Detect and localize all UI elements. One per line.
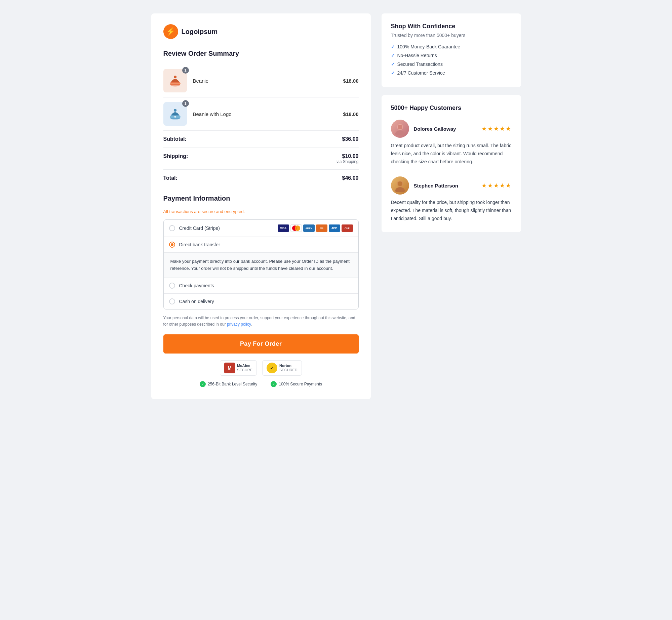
shipping-label: Shipping:	[163, 153, 188, 159]
check-icon-1: ✓	[391, 44, 395, 49]
review-text-2: Decent quality for the price, but shippi…	[391, 199, 512, 222]
total-row: Total: $46.00	[163, 170, 359, 187]
privacy-notice: Your personal data will be used to proce…	[163, 315, 359, 328]
item-name-beanie: Beanie	[193, 78, 343, 84]
mcafee-icon: M	[224, 363, 235, 373]
item-image-beanie-logo: 1	[163, 102, 187, 126]
amex-icon: AMEX	[303, 224, 315, 232]
check-circle-2: ✓	[271, 381, 277, 387]
payment-section: Payment Information All transactions are…	[163, 195, 359, 387]
total-value: $46.00	[342, 175, 359, 181]
total-label: Total:	[163, 175, 177, 181]
mcafee-badge: M McAfeeSECURE	[220, 360, 257, 376]
checkout-right-panel: Shop With Confidence Trusted by more tha…	[382, 13, 521, 232]
item-badge-beanie: 1	[182, 67, 189, 74]
card-icons: VISA AMEX DISC JCB CUP	[278, 224, 353, 232]
jcb-icon: JCB	[329, 224, 340, 232]
shipping-value: $10.00 via Shipping	[337, 153, 358, 164]
privacy-policy-link[interactable]: privacy policy	[227, 322, 251, 327]
norton-icon: ✓	[267, 363, 277, 373]
confidence-item-3: ✓ Secured Transactions	[391, 61, 512, 67]
reviewer-header-1: Dolores Galloway ★★★★★	[391, 120, 512, 138]
confidence-item-1: ✓ 100% Money-Back Guarantee	[391, 44, 512, 49]
shipping-row: Shipping: $10.00 via Shipping	[163, 148, 359, 170]
norton-text: NortonSECURED	[279, 364, 298, 372]
payment-subtitle: All transactions are secure and encrypte…	[163, 209, 359, 214]
item-name-beanie-logo: Beanie with Logo	[193, 111, 343, 117]
confidence-list: ✓ 100% Money-Back Guarantee ✓ No-Hassle …	[391, 44, 512, 76]
discover-icon: DISC	[316, 224, 327, 232]
security-feature-2: ✓ 100% Secure Payments	[271, 381, 322, 387]
cup-icon: CUP	[342, 224, 353, 232]
reviews-title: 5000+ Happy Customers	[391, 105, 512, 112]
security-feature-label-1: 256-Bit Bank Level Security	[208, 382, 257, 386]
payment-option-check[interactable]: Check payments	[164, 278, 358, 294]
review-text-1: Great product overall, but the sizing ru…	[391, 142, 512, 166]
beanie-icon	[168, 74, 182, 88]
item-price-beanie: $18.00	[343, 78, 359, 84]
logo-text: Logoipsum	[182, 28, 218, 36]
order-summary-title: Review Order Summary	[163, 50, 359, 57]
review-item-1: Dolores Galloway ★★★★★ Great product ove…	[391, 120, 512, 166]
subtotal-label: Subtotal:	[163, 136, 187, 142]
svg-point-15	[395, 187, 405, 192]
payment-options: Credit Card (Stripe) VISA AMEX DISC	[163, 219, 359, 309]
logo-icon: ⚡	[163, 24, 178, 39]
reviews-section: 5000+ Happy Customers Dolores Galloway ★…	[382, 95, 521, 232]
radio-credit-card[interactable]	[169, 225, 175, 231]
svg-point-2	[173, 76, 176, 78]
visa-icon: VISA	[278, 224, 289, 232]
radio-bank-transfer[interactable]	[169, 242, 175, 248]
svg-point-13	[398, 125, 402, 129]
order-item-beanie-logo: 1 Beanie with Logo $18.00	[163, 97, 359, 131]
svg-rect-3	[170, 83, 181, 84]
reviewer-header-2: Stephen Patterson ★★★★★	[391, 176, 512, 195]
check-label: Check payments	[179, 283, 353, 288]
radio-cash[interactable]	[169, 298, 175, 304]
order-item-beanie: 1 Beanie $18.00	[163, 64, 359, 97]
confidence-title: Shop With Confidence	[391, 23, 512, 30]
cash-label: Cash on delivery	[179, 299, 353, 304]
bank-transfer-description: Make your payment directly into our bank…	[164, 253, 358, 278]
payment-option-bank-transfer[interactable]: Direct bank transfer	[164, 237, 358, 253]
item-price-beanie-logo: $18.00	[343, 111, 359, 117]
svg-point-8	[174, 116, 176, 118]
item-image-beanie: 1	[163, 69, 187, 92]
payment-option-credit-card[interactable]: Credit Card (Stripe) VISA AMEX DISC	[164, 220, 358, 237]
check-icon-2: ✓	[391, 53, 395, 58]
bank-transfer-label: Direct bank transfer	[179, 242, 353, 247]
radio-check[interactable]	[169, 283, 175, 289]
logo-area: ⚡ Logoipsum	[163, 24, 359, 39]
item-badge-beanie-logo: 1	[182, 100, 189, 107]
avatar-stephen	[391, 176, 409, 195]
review-item-2: Stephen Patterson ★★★★★ Decent quality f…	[391, 176, 512, 222]
avatar-dolores	[391, 120, 409, 138]
check-circle-1: ✓	[200, 381, 206, 387]
credit-card-label: Credit Card (Stripe)	[179, 225, 278, 231]
security-feature-1: ✓ 256-Bit Bank Level Security	[200, 381, 257, 387]
svg-point-6	[173, 109, 176, 112]
payment-option-cash[interactable]: Cash on delivery	[164, 294, 358, 309]
stars-2: ★★★★★	[481, 182, 512, 189]
check-icon-4: ✓	[391, 71, 395, 76]
security-badges: M McAfeeSECURE ✓ NortonSECURED	[163, 360, 359, 376]
stars-1: ★★★★★	[481, 125, 512, 132]
confidence-item-2: ✓ No-Hassle Returns	[391, 53, 512, 58]
subtotal-value: $36.00	[342, 136, 359, 142]
mcafee-text: McAfeeSECURE	[237, 364, 252, 372]
shipping-sub: via Shipping	[337, 159, 358, 164]
security-feature-label-2: 100% Secure Payments	[279, 382, 322, 386]
svg-point-12	[395, 130, 405, 135]
reviewer-name-1: Dolores Galloway	[414, 126, 477, 132]
checkout-left-panel: ⚡ Logoipsum Review Order Summary 1 Beani…	[151, 13, 371, 399]
reviewer-name-2: Stephen Patterson	[414, 183, 477, 189]
confidence-item-4: ✓ 24/7 Customer Service	[391, 70, 512, 76]
confidence-card: Shop With Confidence Trusted by more tha…	[382, 13, 521, 87]
pay-button[interactable]: Pay For Order	[163, 334, 359, 354]
mastercard-icon	[290, 224, 302, 232]
subtotal-row: Subtotal: $36.00	[163, 131, 359, 148]
check-icon-3: ✓	[391, 62, 395, 67]
norton-badge: ✓ NortonSECURED	[262, 360, 302, 376]
beanie-logo-icon	[168, 107, 182, 121]
svg-point-10	[295, 225, 300, 231]
